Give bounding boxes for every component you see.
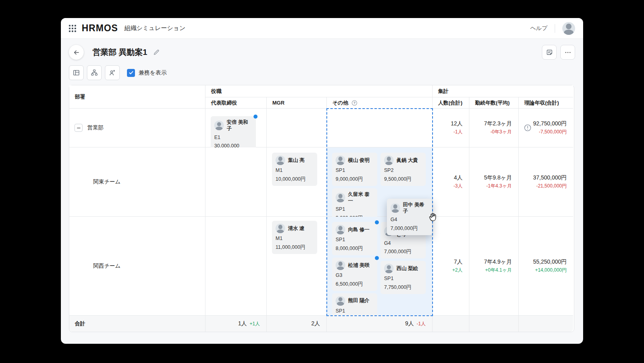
- table-layout-icon: [72, 69, 80, 77]
- count-cell: 4人 -3人: [433, 147, 469, 217]
- avatar: [384, 155, 394, 165]
- app-grid-icon[interactable]: [69, 25, 76, 32]
- employee-card[interactable]: 向島 修一 SP1 8,000,000円: [332, 222, 377, 255]
- person-plus-icon: [109, 69, 116, 77]
- changed-indicator-dot: [375, 220, 379, 224]
- employee-card[interactable]: 眞鍋 大貴 SP2 9,500,000円: [380, 153, 426, 186]
- collapse-button[interactable]: [74, 124, 83, 132]
- salary-cell: 92,750,000円 -7,500,000円: [519, 109, 573, 147]
- ceo-cell-kanto: [205, 147, 267, 217]
- show-concurrent-checkbox[interactable]: 兼務を表示: [127, 69, 167, 77]
- footer-ceo-total: 1人+1人: [205, 316, 267, 332]
- avatar: [384, 264, 394, 273]
- more-button[interactable]: [560, 45, 575, 60]
- mgr-cell-sales: [267, 109, 327, 147]
- app-window: HRMOS 組織シミュレーション ヘルプ 営業部 異動案1: [61, 18, 583, 344]
- employee-card[interactable]: 西山 梨絵 SP1 7,750,000円: [380, 261, 426, 294]
- changed-indicator-dot: [254, 115, 258, 119]
- avatar: [336, 155, 345, 165]
- col-header-tenure: 勤続年数(平均): [469, 97, 519, 109]
- count-cell: 7人 +2人: [433, 217, 469, 316]
- help-link[interactable]: ヘルプ: [530, 25, 547, 32]
- warning-icon[interactable]: [524, 124, 531, 132]
- col-header-other: その他 ?: [327, 97, 433, 109]
- pencil-icon: [153, 49, 160, 56]
- employee-card-dragging[interactable]: 田中 美希子 G4 7,000,000円: [387, 199, 432, 235]
- dept-row-kansai: 関西チーム: [69, 217, 205, 316]
- footer-empty: [469, 316, 519, 332]
- ellipsis-icon: [564, 49, 572, 56]
- tenure-cell: 7年2.3ヶ月 -0年3ヶ月: [469, 109, 519, 147]
- view-toolbar: 兼務を表示: [69, 65, 575, 80]
- mgr-cell-kanto: 葉山 亮 M1 10,000,000円: [267, 147, 327, 217]
- footer-mgr-total: 2人: [267, 316, 327, 332]
- back-button[interactable]: [69, 45, 84, 60]
- ceo-cell-kansai: [205, 217, 267, 316]
- footer-empty: [519, 316, 573, 332]
- brand-logo: HRMOS: [82, 23, 118, 34]
- avatar: [390, 203, 400, 213]
- org-chart-view-button[interactable]: [87, 65, 102, 80]
- table-view-button[interactable]: [69, 65, 84, 80]
- salary-cell: 55,250,000円 +14,000,000円: [519, 217, 573, 316]
- avatar: [214, 121, 224, 130]
- other-cell-sales: [327, 109, 433, 147]
- employee-card[interactable]: 横山 俊明 SP1 9,000,000円: [332, 153, 377, 186]
- dept-row-sales: 営業部: [69, 109, 205, 147]
- edit-title-button[interactable]: [153, 49, 160, 56]
- count-cell: 12人 -1人: [433, 109, 469, 147]
- col-group-role: 役職: [205, 85, 433, 97]
- col-header-count: 人数(合計): [433, 97, 469, 109]
- avatar: [336, 225, 345, 234]
- svg-text:?: ?: [353, 101, 355, 105]
- page-title: 営業部 異動案1: [93, 47, 147, 58]
- employee-card[interactable]: 松浦 美咲 G3 6,500,000円: [332, 258, 377, 291]
- col-header-dept: 部署: [69, 85, 205, 109]
- dept-row-kanto: 関東チーム: [69, 147, 205, 217]
- footer-total-label: 合計: [69, 316, 205, 332]
- footer-empty: [433, 316, 469, 332]
- checkbox-label: 兼務を表示: [139, 69, 167, 77]
- col-header-salary: 理論年収(合計): [519, 97, 573, 109]
- col-header-mgr: MGR: [267, 97, 327, 109]
- avatar: [276, 155, 285, 165]
- ceo-cell-sales: 安倍 美和子 E1 30,000,000: [205, 109, 267, 147]
- tenure-cell: 7年4.9ヶ月 +0年4.1ヶ月: [469, 217, 519, 316]
- top-bar: HRMOS 組織シミュレーション ヘルプ: [61, 18, 583, 39]
- employee-card[interactable]: 葉山 亮 M1 10,000,000円: [272, 153, 317, 186]
- product-name: 組織シミュレーション: [125, 24, 185, 32]
- checkbox-checked: [127, 69, 135, 77]
- add-person-button[interactable]: [105, 65, 120, 80]
- footer-other-total: 9人-1人: [327, 316, 433, 332]
- title-row: 営業部 異動案1: [69, 45, 575, 60]
- tenure-cell: 5年9.8ヶ月 -1年4.3ヶ月: [469, 147, 519, 217]
- dept-label: 営業部: [87, 124, 104, 131]
- divider: [555, 24, 555, 33]
- avatar: [336, 193, 345, 202]
- memo-button[interactable]: [542, 45, 557, 60]
- note-icon: [546, 49, 553, 56]
- col-group-summary: 集計: [433, 85, 573, 97]
- avatar: [276, 224, 285, 233]
- other-cell-kanto: 横山 俊明 SP1 9,000,000円 久留米 泰一 SP1 9,000,00…: [327, 147, 433, 217]
- changed-indicator-dot: [375, 256, 379, 260]
- mgr-cell-kansai: 清水 遼 M1 11,000,000円: [267, 217, 327, 316]
- avatar: [336, 296, 345, 306]
- org-table: 部署 役職 集計 代表取締役 MGR その他 ? 人数(合計) 勤続年数(平均)…: [69, 85, 574, 332]
- avatar: [336, 260, 345, 270]
- org-chart-icon: [91, 69, 98, 77]
- employee-card[interactable]: 清水 遼 M1 11,000,000円: [272, 221, 317, 254]
- col-header-ceo: 代表取締役: [205, 97, 267, 109]
- grabbing-hand-cursor: [427, 212, 438, 222]
- arrow-left-icon: [73, 49, 80, 56]
- salary-cell: 37,500,000円 -21,500,000円: [519, 147, 573, 217]
- help-circle-icon[interactable]: ?: [351, 100, 358, 106]
- user-avatar[interactable]: [562, 22, 575, 35]
